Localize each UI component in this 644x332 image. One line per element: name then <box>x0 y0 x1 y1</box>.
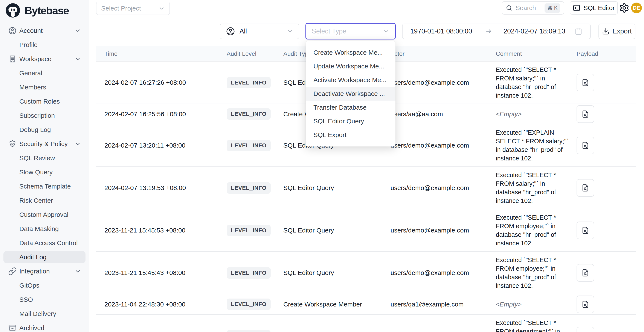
sidebar-item-data-access-control[interactable]: Data Access Control <box>0 236 89 250</box>
sidebar-item-label: Slow Query <box>19 168 53 176</box>
sidebar-item-label: Custom Approval <box>19 211 68 218</box>
cell-comment: Executed `"SELECT * FROM department;"` i… <box>492 315 572 332</box>
menu-item-activate-workspace-me[interactable]: Activate Workspace Me... <box>306 73 396 87</box>
sidebar-item-integration[interactable]: Integration <box>0 264 89 278</box>
settings-gear-icon[interactable] <box>619 3 630 13</box>
payload-view-button[interactable] <box>576 74 594 91</box>
cell-comment: Executed `"SELECT * FROM salary;"` in da… <box>492 62 572 104</box>
sidebar-item-debug-log[interactable]: Debug Log <box>0 123 89 137</box>
file-search-icon <box>581 183 590 192</box>
link-icon <box>8 267 17 276</box>
sidebar-item-label: Schema Template <box>19 183 71 190</box>
sidebar-item-label: Risk Center <box>19 197 53 204</box>
sidebar-item-label: Mail Delivery <box>19 310 56 318</box>
sidebar-item-mail-delivery[interactable]: Mail Delivery <box>0 307 89 321</box>
sidebar-item-label: SQL Review <box>19 155 55 162</box>
date-range-end: 2024-02-07 18:09:13 <box>504 27 566 35</box>
cell-actor: users/demo@example.com <box>387 227 492 234</box>
avatar[interactable]: DE <box>631 2 642 13</box>
project-select[interactable]: Select Project <box>96 2 170 15</box>
file-search-icon <box>581 110 590 118</box>
payload-view-button[interactable] <box>576 179 594 197</box>
audit-level-badge: LEVEL_INFO <box>226 267 271 279</box>
sidebar-item-risk-center[interactable]: Risk Center <box>0 193 89 208</box>
cell-time: 2023-11-21 15:45:53 +08:00 <box>96 227 224 234</box>
payload-view-button[interactable] <box>576 222 594 239</box>
search-input[interactable]: Search ⌘ K <box>502 1 564 14</box>
sidebar-item-data-masking[interactable]: Data Masking <box>0 222 89 236</box>
sidebar-item-account[interactable]: Account <box>0 24 89 38</box>
column-header-audit-level: Audit Level <box>224 50 279 57</box>
actor-filter-select[interactable]: All <box>220 24 299 39</box>
payload-view-button[interactable] <box>576 327 594 332</box>
audit-level-badge: LEVEL_INFO <box>226 77 271 88</box>
cell-audit-type: SQL Editor Query <box>279 227 387 234</box>
menu-item-sql-export[interactable]: SQL Export <box>306 128 396 142</box>
menu-item-create-workspace-me[interactable]: Create Workspace Me... <box>306 46 396 59</box>
sidebar-item-sso[interactable]: SSO <box>0 293 89 307</box>
sidebar-item-label: Members <box>19 84 46 91</box>
building-icon <box>8 55 17 63</box>
type-filter-select[interactable]: Select Type <box>306 23 396 39</box>
sidebar-item-slow-query[interactable]: Slow Query <box>0 165 89 179</box>
sidebar-item-label: GitOps <box>19 282 39 289</box>
sql-editor-label: SQL Editor <box>584 4 615 11</box>
menu-item-deactivate-workspace[interactable]: Deactivate Workspace ... <box>306 87 396 101</box>
sidebar-item-gitops[interactable]: GitOps <box>0 278 89 293</box>
sidebar-item-label: Data Access Control <box>19 239 78 247</box>
user-circle-icon <box>226 27 235 36</box>
sidebar-item-label: General <box>19 69 42 77</box>
file-search-icon <box>581 78 590 87</box>
date-range-picker[interactable]: 1970-01-01 08:00:00 2024-02-07 18:09:13 <box>402 24 591 39</box>
sidebar-item-workspace[interactable]: Workspace <box>0 52 89 66</box>
terminal-icon <box>573 4 580 12</box>
column-header-comment: Comment <box>492 50 572 57</box>
cell-time: 2024-02-07 16:25:56 +08:00 <box>96 110 224 118</box>
payload-view-button[interactable] <box>576 105 594 123</box>
sidebar-item-label: Security & Policy <box>19 140 68 148</box>
chevron-down-icon <box>287 28 293 34</box>
sidebar-nav: AccountProfileWorkspaceGeneralMembersCus… <box>0 24 89 332</box>
arrow-right-icon <box>485 28 492 35</box>
column-header-time: Time <box>96 50 224 57</box>
export-button[interactable]: Export <box>598 24 636 39</box>
payload-view-button[interactable] <box>576 137 594 154</box>
sidebar-item-members[interactable]: Members <box>0 80 89 94</box>
column-header-payload: Payload <box>572 50 636 57</box>
cell-comment: <Empty> <box>492 296 572 313</box>
sidebar-item-label: Data Masking <box>19 225 59 232</box>
sidebar-item-label: Profile <box>19 41 38 48</box>
sidebar-item-sql-review[interactable]: SQL Review <box>0 151 89 165</box>
menu-item-sql-editor-query[interactable]: SQL Editor Query <box>306 114 396 128</box>
column-header-actor: Actor <box>387 50 492 57</box>
menu-item-update-workspace-me[interactable]: Update Workspace Me... <box>306 59 396 73</box>
brand-logo[interactable]: Bytebase <box>5 2 69 19</box>
empty-comment-label: <Empty> <box>496 110 522 118</box>
sidebar-item-general[interactable]: General <box>0 66 89 80</box>
sidebar-item-security-policy[interactable]: Security & Policy <box>0 137 89 151</box>
file-search-icon <box>581 226 590 235</box>
sql-editor-button[interactable]: SQL Editor <box>570 1 618 14</box>
payload-view-button[interactable] <box>576 296 594 313</box>
cell-time: 2024-02-07 13:19:53 +08:00 <box>96 184 224 191</box>
sidebar-item-audit-log[interactable]: Audit Log <box>0 250 89 264</box>
menu-item-transfer-database[interactable]: Transfer Database <box>306 101 396 114</box>
sidebar-item-custom-roles[interactable]: Custom Roles <box>0 94 89 109</box>
payload-view-button[interactable] <box>576 264 594 282</box>
search-placeholder: Search <box>516 4 536 11</box>
sidebar-item-label: Debug Log <box>19 126 51 133</box>
sidebar-item-archived[interactable]: Archived <box>0 321 89 332</box>
cell-comment: Executed `"EXPLAIN SELECT * FROM salary;… <box>492 124 572 166</box>
cell-actor: users/demo@example.com <box>387 79 492 86</box>
chevron-down-icon <box>74 56 81 62</box>
brand-name: Bytebase <box>24 4 69 17</box>
file-search-icon <box>581 141 590 150</box>
sidebar-item-custom-approval[interactable]: Custom Approval <box>0 208 89 222</box>
chevron-down-icon <box>74 141 81 147</box>
chevron-down-icon <box>74 27 81 34</box>
sidebar-item-schema-template[interactable]: Schema Template <box>0 179 89 193</box>
table-row: 2023-11-21 15:45:53 +08:00LEVEL_INFOSQL … <box>96 209 636 252</box>
sidebar-item-profile[interactable]: Profile <box>0 38 89 52</box>
sidebar-item-subscription[interactable]: Subscription <box>0 109 89 123</box>
actor-filter-value: All <box>240 27 247 35</box>
